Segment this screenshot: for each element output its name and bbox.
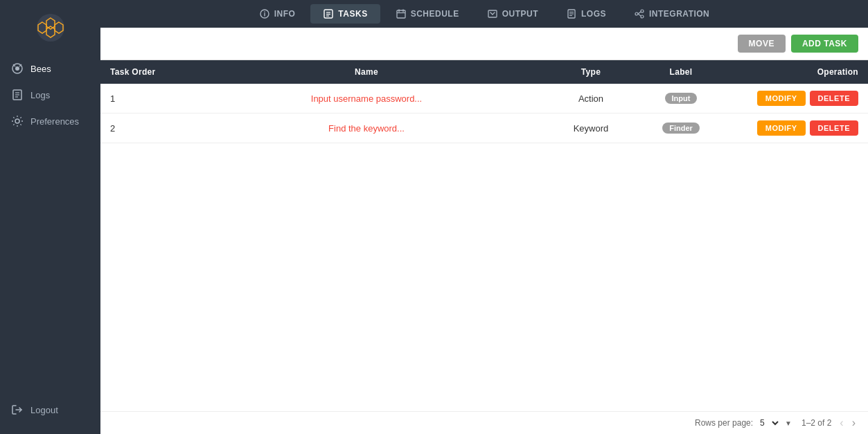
- tab-schedule-label: SCHEDULE: [411, 9, 459, 19]
- tab-output-label: OUTPUT: [502, 9, 538, 19]
- tab-bar: INFO TASKS SCHED: [100, 0, 868, 28]
- svg-point-32: [641, 10, 644, 12]
- bees-icon: [11, 62, 24, 75]
- table-body: 1 Input username password... Action Inpu…: [100, 84, 868, 143]
- col-type: Type: [549, 60, 632, 84]
- svg-point-33: [641, 15, 644, 18]
- toolbar: MOVE ADD TASK: [100, 28, 868, 60]
- svg-point-31: [635, 12, 638, 15]
- tab-info[interactable]: INFO: [247, 4, 308, 24]
- row2-order: 2: [100, 114, 184, 143]
- tasks-table-wrapper: Task Order Name Type Label Operation 1 I…: [100, 60, 868, 411]
- logout-item[interactable]: Logout: [11, 397, 89, 423]
- sidebar-item-preferences[interactable]: Preferences: [0, 108, 100, 134]
- output-icon: [487, 8, 498, 19]
- rows-per-page-label: Rows per page:: [695, 418, 753, 428]
- tab-tasks-label: TASKS: [338, 9, 367, 19]
- svg-point-6: [15, 66, 19, 71]
- pagination-info: Rows per page: 5 10 25 ▼ 1–2 of 2: [695, 417, 831, 428]
- info-icon: [259, 8, 270, 19]
- row1-label: Input: [632, 84, 729, 114]
- svg-rect-22: [397, 10, 405, 18]
- pagination: Rows per page: 5 10 25 ▼ 1–2 of 2 ‹ ›: [100, 411, 868, 434]
- sidebar-item-logs-label: Logs: [30, 90, 50, 100]
- row2-label: Finder: [632, 114, 729, 143]
- schedule-icon: [396, 8, 407, 19]
- col-label: Label: [632, 60, 729, 84]
- svg-rect-26: [488, 10, 497, 17]
- tasks-icon: [323, 8, 334, 19]
- chevron-down-icon: ▼: [785, 419, 792, 427]
- svg-line-34: [638, 12, 641, 14]
- main-content: INFO TASKS SCHED: [100, 0, 868, 434]
- tab-schedule[interactable]: SCHEDULE: [383, 4, 472, 24]
- tab-tasks[interactable]: TASKS: [310, 4, 380, 24]
- tab-integration[interactable]: INTEGRATION: [621, 4, 722, 24]
- row2-modify-button[interactable]: MODIFY: [757, 120, 806, 136]
- col-name: Name: [184, 60, 549, 84]
- tab-output[interactable]: OUTPUT: [475, 4, 551, 24]
- tab-logs-label: LOGS: [581, 9, 606, 19]
- row1-modify-button[interactable]: MODIFY: [757, 91, 806, 106]
- logout-label: Logout: [30, 405, 58, 415]
- tab-integration-label: INTEGRATION: [649, 9, 709, 19]
- svg-point-17: [264, 11, 265, 12]
- table-header: Task Order Name Type Label Operation: [100, 60, 868, 84]
- tab-info-label: INFO: [274, 9, 296, 19]
- sidebar-nav: Bees Logs Preferences: [0, 53, 100, 386]
- content-panel: MOVE ADD TASK Task Order Name Type Label…: [100, 28, 868, 434]
- sidebar-item-logs[interactable]: Logs: [0, 82, 100, 108]
- row2-ops: MODIFY DELETE: [729, 114, 868, 143]
- tasks-table: Task Order Name Type Label Operation 1 I…: [100, 60, 868, 143]
- pagination-nav: ‹ ›: [837, 417, 858, 428]
- col-order: Task Order: [100, 60, 184, 84]
- logo-icon: [35, 12, 66, 43]
- integration-icon: [634, 8, 645, 19]
- table-row: 2 Find the keyword... Keyword Finder MOD…: [100, 114, 868, 143]
- sidebar-item-bees[interactable]: Bees: [0, 55, 100, 82]
- row1-type: Action: [549, 84, 632, 114]
- move-button[interactable]: MOVE: [738, 35, 786, 53]
- tab-logs[interactable]: LOGS: [553, 4, 619, 24]
- add-task-button[interactable]: ADD TASK: [791, 35, 858, 53]
- row2-label-badge: Finder: [662, 123, 700, 134]
- logs-icon: [11, 89, 24, 101]
- next-page-button[interactable]: ›: [849, 417, 858, 428]
- pagination-range: 1–2 of 2: [801, 418, 831, 428]
- col-operation: Operation: [729, 60, 868, 84]
- sidebar-footer: Logout: [0, 386, 100, 434]
- preferences-icon: [11, 115, 24, 127]
- row1-order: 1: [100, 84, 184, 114]
- row1-label-badge: Input: [665, 93, 698, 104]
- row1-delete-button[interactable]: DELETE: [810, 91, 858, 106]
- sidebar: Bees Logs Preferences: [0, 0, 100, 434]
- svg-point-13: [15, 119, 19, 123]
- logs-tab-icon: [566, 8, 577, 19]
- app-logo: [0, 0, 100, 53]
- row1-name: Input username password...: [184, 84, 549, 114]
- logout-icon: [11, 404, 24, 416]
- row2-type: Keyword: [549, 114, 632, 143]
- table-row: 1 Input username password... Action Inpu…: [100, 84, 868, 114]
- row2-name: Find the keyword...: [184, 114, 549, 143]
- sidebar-item-preferences-label: Preferences: [30, 116, 79, 127]
- prev-page-button[interactable]: ‹: [837, 417, 846, 428]
- sidebar-item-bees-label: Bees: [30, 64, 51, 74]
- row1-ops: MODIFY DELETE: [729, 84, 868, 114]
- svg-line-35: [638, 14, 641, 16]
- row2-delete-button[interactable]: DELETE: [810, 120, 858, 136]
- rows-per-page-select[interactable]: 5 10 25: [757, 417, 781, 428]
